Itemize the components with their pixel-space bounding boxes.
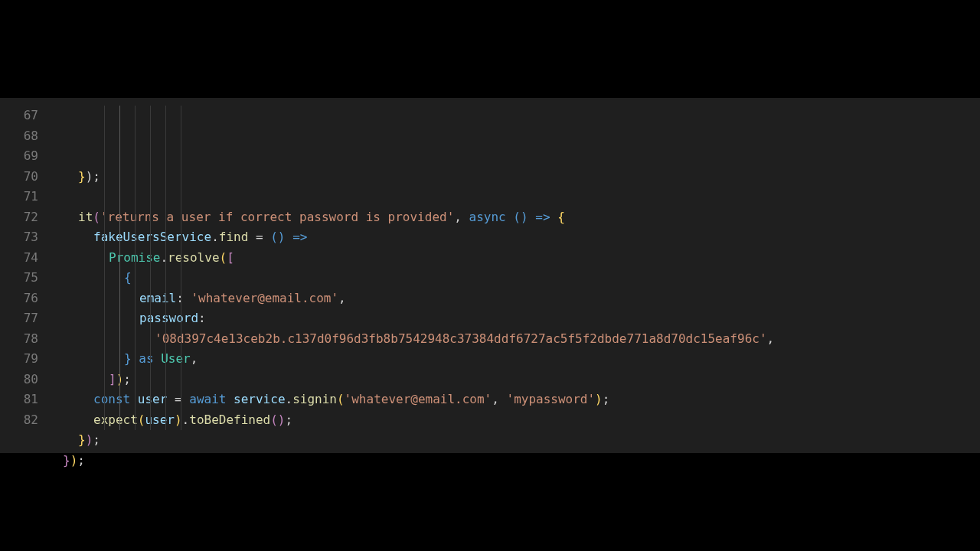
- line-number: 72: [0, 207, 38, 228]
- code-line[interactable]: '08d397c4e13ceb2b.c137d0f96d3fb8b7542948…: [47, 329, 774, 350]
- line-number: 78: [0, 329, 38, 350]
- code-area[interactable]: });it('returns a user if correct passwor…: [47, 98, 774, 453]
- code-editor[interactable]: 67686970717273747576777879808182 });it('…: [0, 98, 980, 453]
- line-number: 80: [0, 370, 38, 390]
- code-line[interactable]: });: [47, 430, 774, 451]
- code-line[interactable]: });: [47, 167, 774, 187]
- code-line[interactable]: Promise.resolve([: [47, 248, 774, 269]
- line-number: 69: [0, 146, 38, 167]
- line-number: 74: [0, 248, 38, 269]
- line-number: 67: [0, 106, 38, 126]
- code-line[interactable]: email: 'whatever@email.com',: [47, 289, 774, 309]
- code-line[interactable]: fakeUsersService.find = () =>: [47, 227, 774, 248]
- line-number: 76: [0, 289, 38, 309]
- code-line[interactable]: });: [47, 451, 774, 471]
- line-number: 77: [0, 308, 38, 329]
- line-number: 68: [0, 126, 38, 147]
- line-number: 70: [0, 167, 38, 187]
- line-number: 79: [0, 349, 38, 370]
- code-line[interactable]: } as User,: [47, 349, 774, 370]
- code-line[interactable]: [47, 471, 774, 491]
- code-line[interactable]: ]);: [47, 370, 774, 390]
- line-number: 71: [0, 187, 38, 207]
- line-number-gutter: 67686970717273747576777879808182: [0, 98, 47, 453]
- line-number: 81: [0, 390, 38, 410]
- line-number: 75: [0, 268, 38, 289]
- code-line[interactable]: [47, 187, 774, 207]
- line-number: 73: [0, 227, 38, 248]
- code-line[interactable]: it('returns a user if correct password i…: [47, 207, 774, 228]
- code-line[interactable]: const user = await service.signin('whate…: [47, 390, 774, 410]
- line-number: 82: [0, 410, 38, 431]
- code-line[interactable]: {: [47, 268, 774, 289]
- code-line[interactable]: password:: [47, 308, 774, 329]
- code-line[interactable]: expect(user).toBeDefined();: [47, 410, 774, 431]
